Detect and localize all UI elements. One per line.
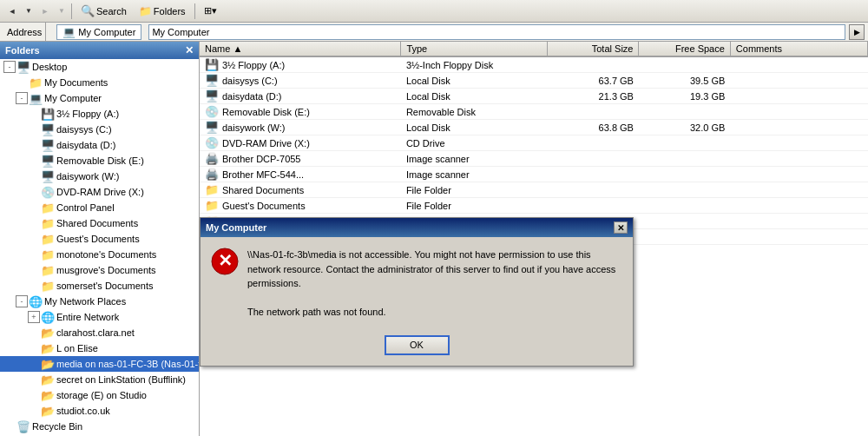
dialog-message-line1: \\Nas-01-fc-3b\media is not accessible. … — [247, 248, 622, 291]
dialog-message: \\Nas-01-fc-3b\media is not accessible. … — [247, 248, 622, 320]
svg-text:✕: ✕ — [218, 251, 233, 270]
dialog-content: ✕ \\Nas-01-fc-3b\media is not accessible… — [201, 237, 633, 330]
error-icon: ✕ — [211, 248, 239, 275]
dialog-footer: OK — [201, 330, 633, 366]
dialog-overlay: My Computer ✕ ✕ \\Nas-01-fc-3b\media is … — [0, 0, 868, 436]
dialog-close-button[interactable]: ✕ — [614, 221, 628, 234]
dialog-titlebar: My Computer ✕ — [201, 218, 633, 237]
dialog-ok-button[interactable]: OK — [385, 335, 450, 355]
dialog-title: My Computer — [206, 222, 266, 233]
dialog-message-line2: The network path was not found. — [247, 305, 622, 320]
error-dialog: My Computer ✕ ✕ \\Nas-01-fc-3b\media is … — [200, 217, 634, 367]
